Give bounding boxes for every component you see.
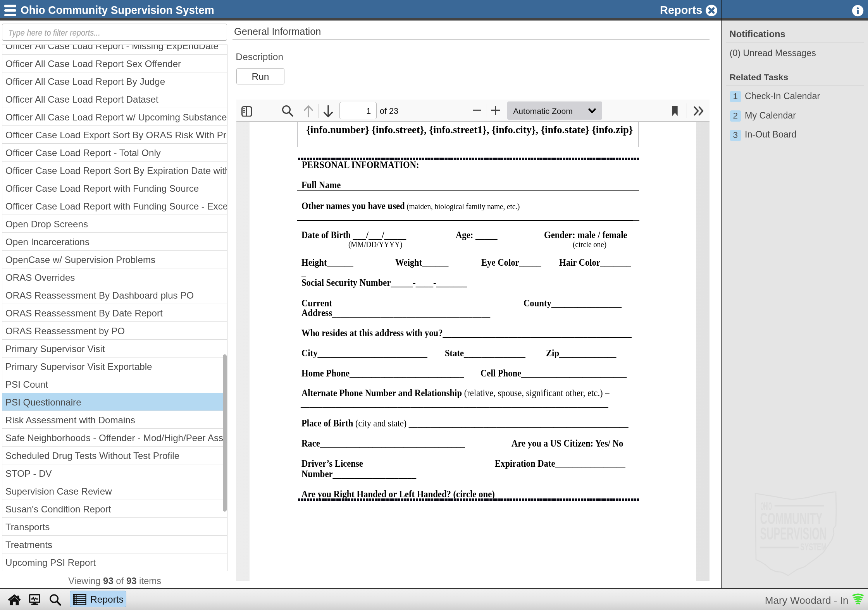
svg-text:SUPERVISION: SUPERVISION: [760, 524, 826, 543]
svg-text:SYSTEM: SYSTEM: [800, 541, 827, 553]
